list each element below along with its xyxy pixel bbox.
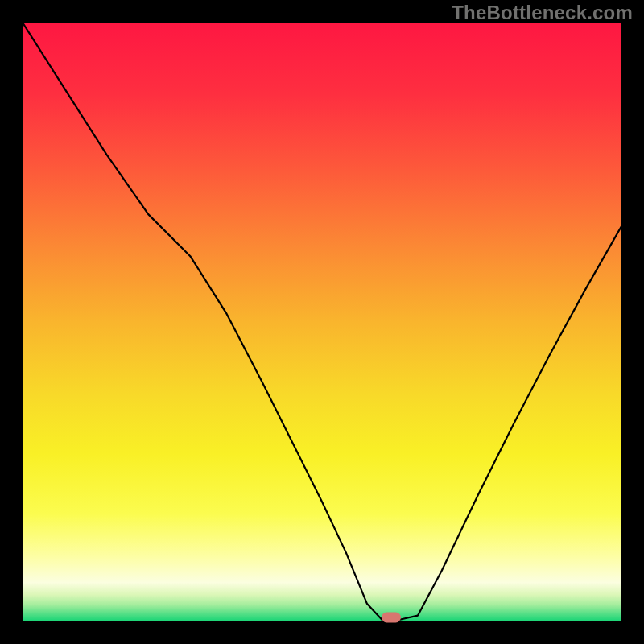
- gradient-background: [23, 23, 621, 621]
- chart-frame: TheBottleneck.com: [0, 0, 644, 644]
- optimal-point-marker: [382, 612, 401, 622]
- plot-svg: [23, 23, 621, 621]
- plot-area: [23, 23, 621, 621]
- watermark-text: TheBottleneck.com: [452, 2, 633, 24]
